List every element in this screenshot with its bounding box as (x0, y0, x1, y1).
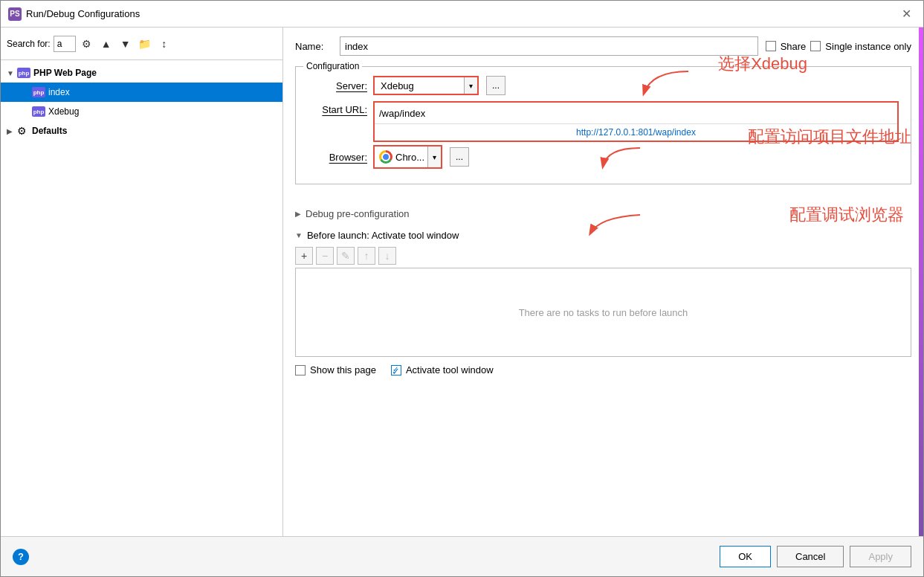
footer-buttons: OK Cancel Apply (720, 546, 911, 567)
show-page-checkbox[interactable] (295, 365, 306, 375)
url-link[interactable]: http://127.0.0.1:801/wap/index (375, 124, 897, 141)
browser-inner: Chro... ▾ (375, 146, 441, 167)
url-input[interactable] (375, 103, 897, 123)
launch-remove-button[interactable]: − (316, 247, 334, 265)
defaults-expand-icon: ▶ (7, 127, 17, 135)
tree-item-index-label: index (48, 87, 70, 97)
show-page-label: Show this page (310, 364, 376, 375)
debug-pre-label: Debug pre-configuration (306, 208, 409, 219)
title-bar: PS Run/Debug Configurations ✕ (1, 1, 923, 28)
footer: ? OK Cancel Apply (1, 536, 923, 576)
tree-item-xdebug-spacer (22, 108, 32, 116)
browser-ellipsis-button[interactable]: ... (450, 147, 469, 167)
php-item-icon: php (32, 87, 45, 97)
main-content: Search for: ⚙ ▲ ▼ 📁 ↕ ▼ php PHP Web Page (1, 28, 923, 536)
config-section-wrap: Configuration Server: Xdebug ▾ ... (295, 66, 911, 195)
share-checkbox[interactable] (766, 41, 776, 51)
server-ellipsis-button[interactable]: ... (486, 76, 505, 95)
name-row: Name: Share Single instance only (295, 36, 911, 56)
sort-icon[interactable]: ↕ (156, 36, 172, 52)
search-input[interactable] (54, 36, 76, 52)
tasks-area: There are no tasks to run before launch (295, 268, 911, 357)
ok-button[interactable]: OK (720, 546, 771, 567)
launch-edit-button[interactable]: ✎ (337, 247, 355, 265)
browser-value: Chro... (395, 152, 424, 163)
tree-item-xdebug[interactable]: php Xdebug (1, 102, 282, 121)
share-area: Share Single instance only (766, 41, 911, 52)
launch-add-button[interactable]: + (295, 247, 313, 265)
chrome-icon (379, 150, 392, 164)
browser-row: Browser: Chro... ▾ ... (308, 145, 899, 169)
before-launch-section: ▼ Before launch: Activate tool window + … (295, 227, 911, 357)
defaults-gear-icon: ⚙ (17, 125, 29, 137)
ps-icon: PS (8, 7, 22, 21)
move-down-icon[interactable]: ▼ (117, 36, 134, 52)
before-launch-arrow: ▼ (295, 231, 303, 239)
server-row: Server: Xdebug ▾ ... (308, 76, 899, 95)
new-folder-icon[interactable]: 📁 (137, 36, 153, 52)
cancel-button[interactable]: Cancel (777, 546, 844, 567)
tree-group-php-web-page[interactable]: ▼ php PHP Web Page (1, 63, 282, 83)
server-dropdown-arrow[interactable]: ▾ (464, 77, 477, 94)
name-input[interactable] (340, 36, 758, 56)
before-launch-label: Before launch: Activate tool window (307, 230, 459, 241)
apply-button[interactable]: Apply (850, 546, 911, 567)
config-section: Configuration Server: Xdebug ▾ ... (295, 66, 911, 184)
url-input-row (375, 103, 897, 124)
title-bar-left: PS Run/Debug Configurations (8, 7, 140, 21)
tree-group-label: PHP Web Page (33, 68, 97, 78)
tree-item-icon-spacer (22, 88, 32, 97)
browser-dropdown-arrow[interactable]: ▾ (427, 146, 441, 167)
browser-dropdown-wrap[interactable]: Chro... ▾ (373, 145, 442, 169)
server-value: Xdebug (375, 79, 464, 93)
activate-window-label: Activate tool window (406, 364, 494, 375)
wrench-icon[interactable]: ⚙ (79, 36, 95, 52)
launch-down-button[interactable]: ↓ (378, 247, 396, 265)
php-xdebug-icon: php (32, 106, 45, 117)
close-button[interactable]: ✕ (897, 5, 916, 22)
bottom-checkboxes: Show this page ✓ Activate tool window (295, 357, 911, 380)
debug-pre-config-row[interactable]: ▶ Debug pre-configuration (295, 204, 911, 224)
tree-area: ▼ php PHP Web Page php index php Xdebug (1, 60, 282, 536)
before-launch-header[interactable]: ▼ Before launch: Activate tool window (295, 227, 911, 244)
name-label: Name: (295, 41, 332, 52)
url-box: http://127.0.0.1:801/wap/index (373, 101, 899, 142)
dialog-title: Run/Debug Configurations (26, 8, 140, 19)
activate-window-checkbox[interactable]: ✓ (391, 365, 401, 375)
tasks-empty-label: There are no tasks to run before launch (519, 307, 688, 318)
browser-label: Browser: (308, 152, 367, 163)
tree-group-defaults-label: Defaults (32, 126, 67, 136)
server-dropdown[interactable]: Xdebug ▾ (373, 76, 479, 95)
php-group-icon: php (17, 68, 30, 78)
tree-group-defaults[interactable]: ▶ ⚙ Defaults (1, 121, 282, 141)
expand-icon: ▼ (7, 69, 17, 77)
help-button[interactable]: ? (13, 549, 29, 565)
server-label: Server: (308, 80, 367, 91)
right-panel: Name: Share Single instance only Configu… (283, 28, 923, 536)
search-label: Search for: (7, 39, 51, 49)
launch-up-button[interactable]: ↑ (358, 247, 375, 265)
right-panel-inner: Name: Share Single instance only Configu… (295, 36, 911, 527)
start-url-row: Start URL: http://127.0.0.1:801/wap/inde… (308, 101, 899, 142)
config-legend: Configuration (303, 61, 362, 71)
tree-item-index[interactable]: php index (1, 83, 282, 102)
single-instance-label: Single instance only (825, 41, 911, 52)
activate-window-row[interactable]: ✓ Activate tool window (391, 364, 494, 375)
tree-item-xdebug-label: Xdebug (48, 106, 79, 117)
left-panel: Search for: ⚙ ▲ ▼ 📁 ↕ ▼ php PHP Web Page (1, 28, 283, 536)
start-url-label: Start URL: (308, 104, 367, 115)
right-accent-bar (919, 28, 923, 536)
launch-toolbar: + − ✎ ↑ ↓ (295, 244, 911, 268)
search-bar: Search for: ⚙ ▲ ▼ 📁 ↕ (1, 28, 282, 60)
debug-pre-arrow: ▶ (295, 210, 301, 218)
share-label: Share (781, 41, 807, 52)
run-debug-dialog: PS Run/Debug Configurations ✕ Search for… (0, 0, 924, 577)
single-instance-checkbox[interactable] (810, 41, 821, 51)
show-page-row[interactable]: Show this page (295, 364, 376, 375)
move-up-icon[interactable]: ▲ (98, 36, 114, 52)
